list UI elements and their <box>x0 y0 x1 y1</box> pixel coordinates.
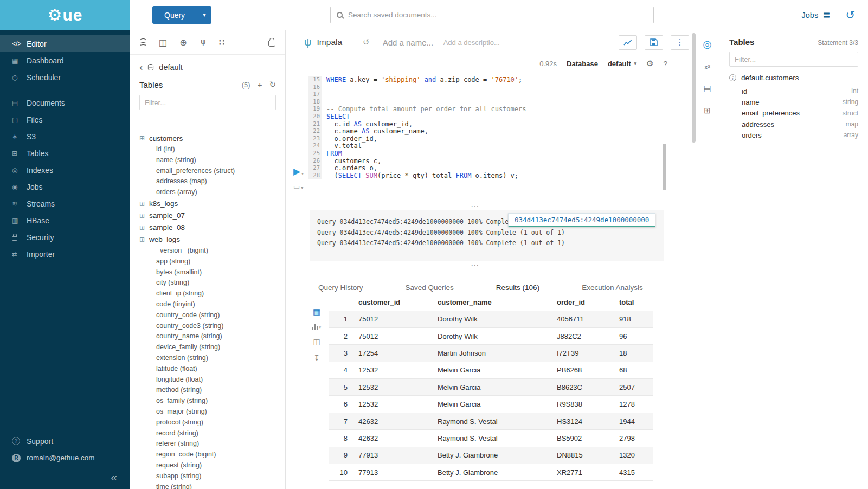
assist-column-item[interactable]: id (int) <box>139 144 285 155</box>
query-id-tooltip[interactable]: 034d413ec7474ed5:4249de1000000000 <box>508 213 655 227</box>
language-reference-icon[interactable]: ▤ <box>703 83 711 93</box>
main-scrollbar[interactable] <box>692 33 696 143</box>
assist-column-item[interactable]: country_code3 (string) <box>139 321 285 332</box>
sidebar-item-files[interactable]: ▢Files <box>0 111 130 128</box>
back-chevron-icon[interactable]: ‹ <box>139 62 143 72</box>
chart-view-icon[interactable]: ▾ <box>312 324 321 330</box>
assist-column-item[interactable]: addresses (map) <box>139 176 285 187</box>
column-item[interactable]: ordersarray <box>729 130 858 140</box>
sidebar-item-user[interactable]: R romain@gethue.com <box>0 449 130 466</box>
sidebar-item-importer[interactable]: ⇄Importer <box>0 246 130 262</box>
resize-handle-top[interactable]: ⋯ <box>286 204 664 210</box>
sidebar-item-indexes[interactable]: ◎Indexes <box>0 162 130 178</box>
help-question-icon[interactable]: ? <box>663 60 667 68</box>
sidebar-item-tables[interactable]: ⊞Tables <box>0 145 130 162</box>
columns-view-icon[interactable]: ◫ <box>313 337 320 346</box>
hue-logo[interactable]: ⚙ue <box>0 0 130 30</box>
sidebar-item-security[interactable]: Security <box>0 229 130 246</box>
resize-handle-bottom[interactable]: ⋯ <box>286 263 664 268</box>
assist-column-item[interactable]: country_name (string) <box>139 331 285 342</box>
query-dropdown-button[interactable]: ▾ <box>197 6 211 24</box>
assist-column-item[interactable]: record (string) <box>139 428 285 439</box>
assist-column-item[interactable]: time (string) <box>139 482 285 489</box>
result-format-button[interactable]: ▭▾ <box>293 183 303 190</box>
assist-column-item[interactable]: longitude (float) <box>139 375 285 385</box>
assist-column-item[interactable]: _version_ (bigint) <box>139 246 285 256</box>
assist-column-item[interactable]: region_code (bigint) <box>139 449 285 460</box>
assist-column-item[interactable]: request (string) <box>139 460 285 471</box>
code-line: v.total <box>326 142 661 150</box>
assist-column-item[interactable]: email_preferences (struct) <box>139 166 285 177</box>
reload-icon[interactable]: ↺ <box>363 37 370 47</box>
assist-column-item[interactable]: code (tinyint) <box>139 299 285 310</box>
query-description-input[interactable] <box>443 38 512 47</box>
sidebar-item-streams[interactable]: ≋Streams <box>0 195 130 212</box>
assist-column-item[interactable]: country_code (string) <box>139 310 285 321</box>
sidebar-item-dashboard[interactable]: ▦Dashboard <box>0 52 130 69</box>
assist-column-item[interactable]: protocol (string) <box>139 417 285 428</box>
right-filter-input[interactable] <box>729 52 858 67</box>
sitemap-icon[interactable]: ⋔ <box>200 37 207 48</box>
download-icon[interactable]: ↧ <box>313 353 320 362</box>
database-selector[interactable]: default▾ <box>608 60 636 68</box>
documents-panel-icon[interactable]: ◫ <box>159 37 167 48</box>
assist-table-item[interactable]: ⊞sample_08 <box>139 222 285 234</box>
column-item[interactable]: email_preferencesstruct <box>729 108 858 119</box>
assist-column-item[interactable]: client_ip (string) <box>139 288 285 299</box>
assist-column-item[interactable]: latitude (float) <box>139 364 285 375</box>
active-table[interactable]: i default.customers <box>729 74 858 82</box>
code-editor[interactable]: 1516171819202122232425262728 WHERE a.key… <box>286 73 696 208</box>
more-options-button[interactable]: ⋮ <box>671 35 689 50</box>
settings-gear-icon[interactable]: ⚙ <box>646 59 653 68</box>
apps-icon[interactable]: ∷ <box>219 37 224 48</box>
column-item[interactable]: idint <box>729 86 858 96</box>
query-history-icon[interactable]: ↺ <box>845 9 855 22</box>
assist-column-item[interactable]: subapp (string) <box>139 471 285 482</box>
search-input[interactable] <box>348 11 647 19</box>
chart-button[interactable] <box>619 35 637 50</box>
assist-table-item[interactable]: ⊞web_logs <box>139 234 285 246</box>
assist-filter-input[interactable] <box>139 95 276 110</box>
assist-column-item[interactable]: referer (string) <box>139 439 285 449</box>
sidebar-item-editor[interactable]: </>Editor <box>0 35 130 52</box>
column-item[interactable]: namestring <box>729 96 858 107</box>
assist-column-item[interactable]: orders (array) <box>139 187 285 198</box>
collapse-sidebar-button[interactable]: « <box>0 471 130 482</box>
jobs-link[interactable]: Jobs ≣ <box>802 10 831 21</box>
editor-scrollbar[interactable] <box>663 144 666 190</box>
functions-icon[interactable]: x² <box>704 63 710 71</box>
assist-table-item[interactable]: ⊞sample_07 <box>139 210 285 222</box>
assistant-icon[interactable]: ◎ <box>703 38 712 50</box>
assist-table-item[interactable]: ⊞customers <box>139 132 285 144</box>
sidebar-item-s3[interactable]: ∗S3 <box>0 128 130 145</box>
database-name[interactable]: default <box>159 63 183 72</box>
sidebar-item-documents[interactable]: ▤Documents <box>0 94 130 111</box>
grid-view-icon[interactable]: ▦ <box>313 307 320 317</box>
assist-column-item[interactable]: os_major (string) <box>139 407 285 417</box>
sidebar-item-hbase[interactable]: ▥HBase <box>0 212 130 229</box>
sources-icon[interactable] <box>140 38 146 46</box>
assist-column-item[interactable]: bytes (smallint) <box>139 267 285 278</box>
table-name: sample_08 <box>149 223 185 231</box>
save-button[interactable] <box>645 35 663 50</box>
schedule-icon[interactable]: ⊞ <box>704 106 711 115</box>
assist-column-item[interactable]: os_family (string) <box>139 396 285 407</box>
assist-column-item[interactable]: extension (string) <box>139 353 285 364</box>
refresh-icon[interactable]: ↻ <box>269 80 276 89</box>
sidebar-item-support[interactable]: ? Support <box>0 433 130 449</box>
assist-column-item[interactable]: city (string) <box>139 278 285 288</box>
assist-column-item[interactable]: name (string) <box>139 155 285 166</box>
assist-column-item[interactable]: method (string) <box>139 385 285 396</box>
sidebar-item-scheduler[interactable]: ◷Scheduler <box>0 69 130 86</box>
assist-column-item[interactable]: device_family (string) <box>139 342 285 353</box>
sidebar-item-jobs[interactable]: ◉Jobs <box>0 178 130 195</box>
collections-bag-icon[interactable] <box>268 38 275 47</box>
query-button[interactable]: Query <box>152 6 197 24</box>
assist-column-item[interactable]: app (string) <box>139 256 285 267</box>
run-button[interactable]: ▶▾ <box>293 167 304 176</box>
assist-table-item[interactable]: ⊞k8s_logs <box>139 198 285 210</box>
column-item[interactable]: addressesmap <box>729 119 858 130</box>
query-name-input[interactable] <box>383 38 439 47</box>
zoom-in-icon[interactable]: ⊕ <box>179 37 187 48</box>
add-table-icon[interactable]: + <box>258 80 262 89</box>
